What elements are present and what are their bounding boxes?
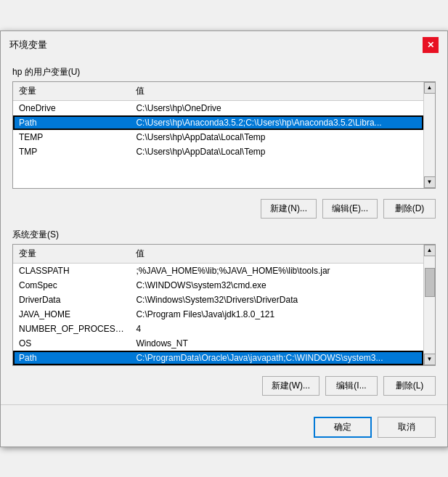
system-table-body: CLASSPATH ;%JAVA_HOME%\lib;%JAVA_HOME%\l…	[13, 263, 423, 365]
table-row[interactable]: TEMP C:\Users\hp\AppData\Local\Temp	[13, 130, 423, 144]
user-var-name: OneDrive	[13, 100, 130, 115]
table-row[interactable]: DriverData C:\Windows\System32\Drivers\D…	[13, 293, 423, 307]
new-sys-button[interactable]: 新建(W)...	[262, 376, 319, 396]
close-button[interactable]: ✕	[423, 37, 439, 53]
delete-sys-button[interactable]: 删除(L)	[383, 376, 436, 396]
user-var-value: C:\Users\hp\OneDrive	[130, 100, 423, 115]
delete-user-button[interactable]: 删除(D)	[383, 199, 436, 219]
scroll-thumb-sys[interactable]	[425, 268, 435, 297]
user-table-header: 变量 值	[13, 82, 423, 101]
user-col-value: 值	[130, 82, 423, 101]
sys-var-name: Path	[13, 351, 130, 365]
user-table-scrollbar[interactable]: ▲ ▼	[423, 82, 435, 188]
user-variables-section: hp 的用户变量(U) 变量 值 OneDrive	[12, 63, 436, 189]
system-table-scrollbar[interactable]: ▲ ▼	[423, 245, 435, 365]
sys-var-value: 4	[130, 322, 423, 336]
table-row[interactable]: Path C:\Users\hp\Anaconda3.5.2;C:\Users\…	[13, 115, 423, 130]
system-buttons-row: 新建(W)... 编辑(I... 删除(L)	[12, 376, 436, 396]
sys-col-variable: 变量	[13, 245, 130, 264]
cancel-button[interactable]: 取消	[378, 417, 436, 438]
table-row[interactable]: ComSpec C:\WINDOWS\system32\cmd.exe	[13, 278, 423, 293]
sys-var-name: JAVA_HOME	[13, 307, 130, 322]
sys-var-value: C:\ProgramData\Oracle\Java\javapath;C:\W…	[130, 351, 423, 365]
edit-sys-button[interactable]: 编辑(I...	[325, 376, 378, 396]
user-var-name: Path	[13, 115, 130, 130]
scroll-down-arrow[interactable]: ▼	[424, 176, 436, 188]
sys-var-value: C:\Windows\System32\Drivers\DriverData	[130, 293, 423, 307]
user-var-name: TEMP	[13, 130, 130, 144]
system-section-label: 系统变量(S)	[12, 229, 436, 241]
table-row[interactable]: OS Windows_NT	[13, 336, 423, 351]
ok-button[interactable]: 确定	[314, 417, 372, 438]
scroll-down-arrow-sys[interactable]: ▼	[424, 354, 436, 365]
sys-var-value: C:\Program Files\Java\jdk1.8.0_121	[130, 307, 423, 322]
bottom-divider	[1, 404, 447, 405]
system-variables-table: 变量 值 CLASSPATH ;%JAVA_HOME%\lib;%JAVA_HO…	[13, 245, 423, 365]
table-row[interactable]: OneDrive C:\Users\hp\OneDrive	[13, 100, 423, 115]
sys-var-value: C:\WINDOWS\system32\cmd.exe	[130, 278, 423, 293]
environment-variables-dialog: 环境变量 ✕ hp 的用户变量(U) 变量 值	[0, 30, 448, 447]
table-row[interactable]: CLASSPATH ;%JAVA_HOME%\lib;%JAVA_HOME%\l…	[13, 263, 423, 278]
user-variables-table: 变量 值 OneDrive C:\Users\hp\OneDrive Path	[13, 82, 423, 188]
user-col-variable: 变量	[13, 82, 130, 101]
sys-var-name: DriverData	[13, 293, 130, 307]
sys-var-name: NUMBER_OF_PROCESSORS	[13, 322, 130, 336]
sys-var-name: ComSpec	[13, 278, 130, 293]
sys-col-value: 值	[130, 245, 423, 264]
user-buttons-row: 新建(N)... 编辑(E)... 删除(D)	[12, 199, 436, 219]
system-table-header: 变量 值	[13, 245, 423, 264]
table-row[interactable]: TMP C:\Users\hp\AppData\Local\Temp	[13, 144, 423, 159]
scroll-up-arrow[interactable]: ▲	[424, 82, 436, 94]
table-row-empty	[13, 159, 423, 174]
new-user-button[interactable]: 新建(N)...	[261, 199, 317, 219]
table-row[interactable]: NUMBER_OF_PROCESSORS 4	[13, 322, 423, 336]
sys-var-name: CLASSPATH	[13, 263, 130, 278]
user-table-wrap: 变量 值 OneDrive C:\Users\hp\OneDrive Path	[13, 82, 423, 188]
table-row[interactable]: Path C:\ProgramData\Oracle\Java\javapath…	[13, 351, 423, 365]
user-var-value: C:\Users\hp\AppData\Local\Temp	[130, 130, 423, 144]
sys-var-value: Windows_NT	[130, 336, 423, 351]
system-variables-table-container: 变量 值 CLASSPATH ;%JAVA_HOME%\lib;%JAVA_HO…	[12, 244, 436, 366]
scroll-up-arrow-sys[interactable]: ▲	[424, 245, 436, 256]
title-bar: 环境变量 ✕	[1, 31, 447, 57]
user-section-label: hp 的用户变量(U)	[12, 66, 436, 78]
user-var-value: C:\Users\hp\AppData\Local\Temp	[130, 144, 423, 159]
table-row[interactable]: JAVA_HOME C:\Program Files\Java\jdk1.8.0…	[13, 307, 423, 322]
edit-user-button[interactable]: 编辑(E)...	[322, 199, 378, 219]
dialog-body: hp 的用户变量(U) 变量 值 OneDrive	[1, 57, 447, 404]
user-var-name: TMP	[13, 144, 130, 159]
bottom-buttons-row: 确定 取消	[1, 411, 447, 447]
sys-var-name: OS	[13, 336, 130, 351]
user-table-body: OneDrive C:\Users\hp\OneDrive Path C:\Us…	[13, 100, 423, 188]
dialog-title: 环境变量	[9, 38, 47, 52]
system-variables-section: 系统变量(S) 变量 值 CLASSPATH ;%	[12, 226, 436, 366]
user-var-value: C:\Users\hp\Anaconda3.5.2;C:\Users\hp\An…	[130, 115, 423, 130]
table-row-empty	[13, 174, 423, 188]
system-table-wrap: 变量 值 CLASSPATH ;%JAVA_HOME%\lib;%JAVA_HO…	[13, 245, 423, 365]
sys-var-value: ;%JAVA_HOME%\lib;%JAVA_HOME%\lib\tools.j…	[130, 263, 423, 278]
user-variables-table-container: 变量 值 OneDrive C:\Users\hp\OneDrive Path	[12, 81, 436, 189]
